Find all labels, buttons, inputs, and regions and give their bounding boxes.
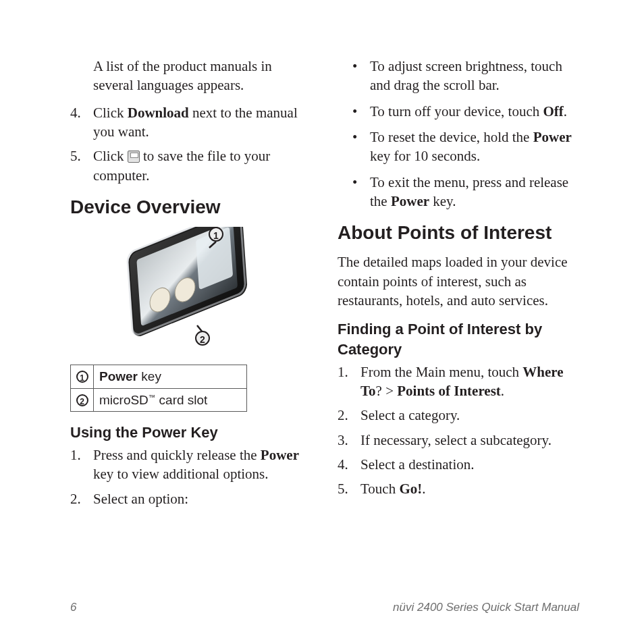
pk-step-1: 1. Press and quickly release the Power k… xyxy=(70,446,313,484)
heading-power-key: Using the Power Key xyxy=(70,423,313,443)
heading-finding-poi: Finding a Point of Interest by Category xyxy=(338,319,579,359)
table-row: 2 microSD™ card slot xyxy=(71,388,247,412)
step-4: 4. Click Download next to the manual you… xyxy=(70,103,313,142)
save-icon xyxy=(128,151,140,163)
step-5: 5. Click to save the file to your comput… xyxy=(70,146,313,185)
heading-device-overview: Device Overview xyxy=(70,194,313,220)
power-key-steps: 1. Press and quickly release the Power k… xyxy=(70,446,313,508)
pk-step-2: 2. Select an option: xyxy=(70,489,313,508)
poi-step-5: 5. Touch Go!. xyxy=(338,479,579,498)
poi-step-3: 3. If necessary, select a subcategory. xyxy=(338,431,579,450)
list-item: To turn off your device, touch Off. xyxy=(338,102,579,121)
intro-text: A list of the product manuals in several… xyxy=(93,57,313,95)
device-figure: 1 2 xyxy=(107,227,276,355)
options-list: To adjust screen brightness, touch and d… xyxy=(338,57,579,211)
poi-paragraph: The detailed maps loaded in your device … xyxy=(338,252,579,310)
callout-2: 2 xyxy=(195,331,210,346)
parts-table: 1 Power key 2 microSD™ card slot xyxy=(70,365,247,412)
poi-step-4: 4. Select a destination. xyxy=(338,455,579,474)
poi-steps: 1. From the Main menu, touch Where To? >… xyxy=(338,363,579,499)
right-column: To adjust screen brightness, touch and d… xyxy=(338,57,579,514)
device-illustration xyxy=(107,227,276,355)
heading-poi: About Points of Interest xyxy=(338,220,579,246)
list-item: To exit the menu, press and release the … xyxy=(338,173,579,211)
left-column: A list of the product manuals in several… xyxy=(70,57,313,514)
poi-step-2: 2. Select a category. xyxy=(338,406,579,425)
download-steps: 4. Click Download next to the manual you… xyxy=(70,103,313,185)
list-item: To adjust screen brightness, touch and d… xyxy=(338,57,579,95)
table-row: 1 Power key xyxy=(71,365,247,388)
page-number: 6 xyxy=(70,601,76,614)
page-footer: 6 nüvi 2400 Series Quick Start Manual xyxy=(70,601,579,614)
callout-1: 1 xyxy=(209,227,223,242)
poi-step-1: 1. From the Main menu, touch Where To? >… xyxy=(338,363,579,401)
list-item: To reset the device, hold the Power key … xyxy=(338,128,579,166)
footer-title: nüvi 2400 Series Quick Start Manual xyxy=(393,601,579,614)
